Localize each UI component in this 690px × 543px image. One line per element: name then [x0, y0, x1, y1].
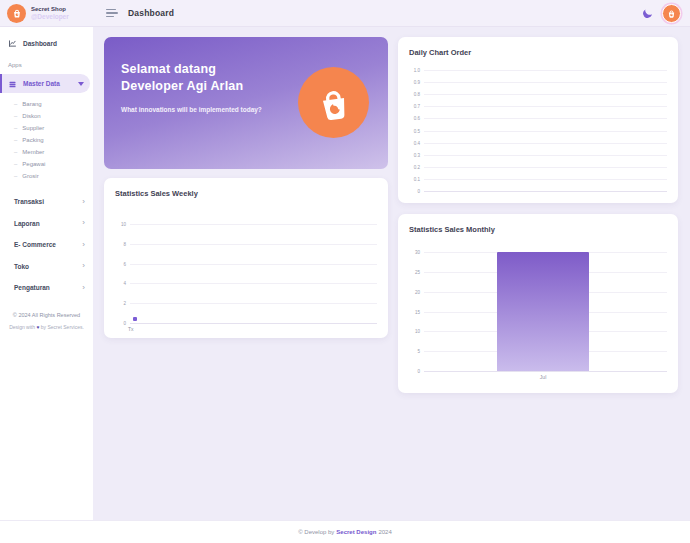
- subitem-label: Member: [22, 149, 44, 155]
- weekly-sales-card: Statistics Sales Weekly Tx 1086420: [104, 178, 388, 338]
- y-axis-tick-label: 0.1: [406, 176, 420, 181]
- y-axis-tick-label: 1.0: [406, 68, 420, 73]
- heart-icon: ♥: [36, 324, 39, 330]
- gridline: [130, 323, 377, 324]
- daily-order-card: Daily Chart Order 1.00.90.80.70.60.50.40…: [398, 37, 678, 203]
- sidebar-item-dashboard[interactable]: Dashboard: [0, 34, 93, 53]
- shopping-bag-icon: [7, 4, 26, 23]
- y-axis-tick-label: 2: [112, 301, 126, 306]
- page-title: Dashboard: [128, 8, 174, 18]
- y-axis-tick-label: 0: [406, 189, 420, 194]
- sidebar-item-master-data[interactable]: Master Data: [0, 74, 90, 93]
- gridline: [130, 303, 377, 304]
- y-axis-tick-label: 0: [112, 321, 126, 326]
- menu-item-label: Toko: [14, 263, 29, 270]
- y-axis-tick-label: 4: [112, 281, 126, 286]
- y-axis-tick-label: 25: [406, 269, 420, 274]
- gridline: [424, 70, 667, 71]
- sidebar-subitem-diskon[interactable]: –Diskon: [0, 110, 93, 122]
- monthly-sales-chart: Jul 302520151050: [406, 252, 667, 371]
- top-bar: Secret Shop @Developer Dashboard: [0, 0, 690, 27]
- gridline: [424, 167, 667, 168]
- gridline: [424, 371, 667, 372]
- stacked-bars-icon: [8, 75, 17, 93]
- menu-item-label: Pengaturan: [14, 284, 50, 291]
- sidebar-subitem-grosir[interactable]: –Grosir: [0, 170, 93, 182]
- shopping-bag-icon: [298, 67, 369, 138]
- avatar[interactable]: [662, 4, 681, 23]
- sidebar-subitem-pegawai[interactable]: –Pegawai: [0, 158, 93, 170]
- chart-title: Statistics Sales Monthly: [398, 214, 678, 234]
- sidebar-subitem-barang[interactable]: –Barang: [0, 98, 93, 110]
- gridline: [130, 244, 377, 245]
- gridline: [424, 82, 667, 83]
- subitem-label: Supplier: [22, 125, 44, 131]
- gridline: [130, 224, 377, 225]
- chevron-right-icon: ›: [82, 219, 85, 227]
- data-point-marker: [133, 317, 137, 321]
- chart-title: Daily Chart Order: [398, 37, 678, 57]
- chevron-right-icon: ›: [82, 198, 85, 206]
- gridline: [424, 191, 667, 192]
- sidebar-item-e-commerce[interactable]: E- Commerce›: [0, 234, 93, 256]
- subitem-label: Barang: [22, 101, 41, 107]
- copyright-text: © 2024 All Rights Reserved: [0, 313, 93, 319]
- gridline: [424, 179, 667, 180]
- y-axis-tick-label: 6: [112, 261, 126, 266]
- y-axis-tick-label: 0.9: [406, 80, 420, 85]
- y-axis-tick-label: 0.3: [406, 152, 420, 157]
- dash-icon: –: [14, 173, 17, 179]
- gridline: [424, 131, 667, 132]
- chart-title: Statistics Sales Weekly: [104, 178, 388, 198]
- sidebar-item-transaksi[interactable]: Transaksi›: [0, 191, 93, 213]
- dash-icon: –: [14, 125, 17, 131]
- menu-item-label: Laporan: [14, 220, 40, 227]
- sidebar-footer: © 2024 All Rights Reserved Design with ♥…: [0, 313, 93, 331]
- daily-order-chart: 1.00.90.80.70.60.50.40.30.20.10: [406, 70, 667, 191]
- x-axis-label: Tx: [128, 326, 134, 332]
- menu-item-label: E- Commerce: [14, 241, 56, 248]
- sidebar-subitem-supplier[interactable]: –Supplier: [0, 122, 93, 134]
- y-axis-tick-label: 0.8: [406, 92, 420, 97]
- x-axis-label: Jul: [540, 374, 546, 380]
- gridline: [424, 94, 667, 95]
- gridline: [424, 106, 667, 107]
- sidebar-menu-list: Transaksi›Laporan›E- Commerce›Toko›Penga…: [0, 191, 93, 299]
- chevron-right-icon: ›: [82, 262, 85, 270]
- sidebar-item-laporan[interactable]: Laporan›: [0, 213, 93, 235]
- y-axis-tick-label: 0.2: [406, 164, 420, 169]
- dash-icon: –: [14, 161, 17, 167]
- sidebar-subitem-packing[interactable]: –Packing: [0, 134, 93, 146]
- sidebar-item-toko[interactable]: Toko›: [0, 256, 93, 278]
- sidebar: Dashboard Apps Master Data –Barang–Disko…: [0, 27, 93, 520]
- chart-line-icon: [8, 39, 17, 48]
- subitem-label: Grosir: [22, 173, 38, 179]
- sidebar-item-label: Dashboard: [23, 40, 57, 47]
- hamburger-icon[interactable]: [106, 9, 118, 18]
- sidebar-item-pengaturan[interactable]: Pengaturan›: [0, 277, 93, 299]
- dash-icon: –: [14, 149, 17, 155]
- sidebar-subitem-member[interactable]: –Member: [0, 146, 93, 158]
- gridline: [424, 155, 667, 156]
- moon-icon[interactable]: [642, 7, 653, 18]
- subitem-label: Packing: [22, 137, 43, 143]
- subitem-label: Diskon: [22, 113, 40, 119]
- footer-brand: Secret Design: [336, 529, 376, 535]
- chevron-down-icon: [78, 82, 84, 86]
- bar-series: [497, 252, 589, 371]
- gridline: [130, 264, 377, 265]
- gridline: [424, 143, 667, 144]
- chevron-right-icon: ›: [82, 241, 85, 249]
- dash-icon: –: [14, 113, 17, 119]
- y-axis-tick-label: 15: [406, 309, 420, 314]
- brand-name: Secret Shop: [31, 6, 69, 13]
- shopping-bag-icon: [666, 8, 677, 19]
- gridline: [424, 118, 667, 119]
- credit-text: Design with ♥ by Secret Services.: [0, 325, 93, 330]
- y-axis-tick-label: 0.6: [406, 116, 420, 121]
- menu-item-label: Transaksi: [14, 198, 44, 205]
- y-axis-tick-label: 0.5: [406, 128, 420, 133]
- subitem-label: Pegawai: [22, 161, 45, 167]
- welcome-card: Selamat datang Developer Agi Arlan What …: [104, 37, 388, 169]
- page-footer: © Develop by Secret Design 2024: [0, 520, 690, 543]
